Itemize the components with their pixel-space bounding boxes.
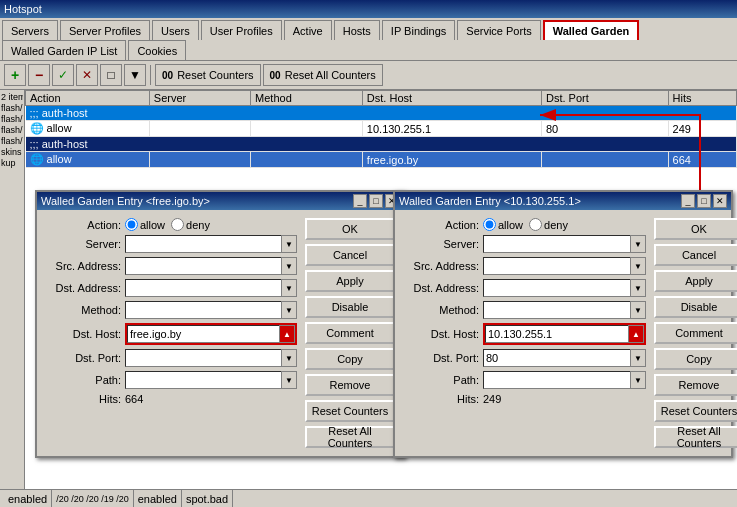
dialog1-ok-button[interactable]: OK xyxy=(305,218,395,240)
tab-server-profiles[interactable]: Server Profiles xyxy=(60,20,150,40)
dialog2-cancel-button[interactable]: Cancel xyxy=(654,244,737,266)
dialog1-method-input[interactable] xyxy=(125,301,281,319)
dialog2-maximize-button[interactable]: □ xyxy=(697,194,711,208)
dialog2-disable-button[interactable]: Disable xyxy=(654,296,737,318)
dialog1-allow-radio[interactable]: allow xyxy=(125,218,165,231)
dialog1-dst-port-combo-btn[interactable]: ▼ xyxy=(281,349,297,367)
dialog1-title-bar[interactable]: Walled Garden Entry <free.igo.by> _ □ ✕ xyxy=(37,192,403,210)
tab-active[interactable]: Active xyxy=(284,20,332,40)
dialog2-src-address-input[interactable] xyxy=(483,257,630,275)
dialog1-src-address-input[interactable] xyxy=(125,257,281,275)
dialog1-dst-address-combo-btn[interactable]: ▼ xyxy=(281,279,297,297)
table-row[interactable]: 🌐 allow 10.130.255.1 80 249 xyxy=(26,121,737,137)
dialog1-deny-radio-input[interactable] xyxy=(171,218,184,231)
tab-user-profiles[interactable]: User Profiles xyxy=(201,20,282,40)
dialog2-comment-button[interactable]: Comment xyxy=(654,322,737,344)
dialog2-src-address-combo-btn[interactable]: ▼ xyxy=(630,257,646,275)
dialog1-reset-counters-button[interactable]: Reset Counters xyxy=(305,400,395,422)
dialog2-dst-host-combo-btn[interactable]: ▲ xyxy=(628,325,644,343)
dialog1-server-input[interactable] xyxy=(125,235,281,253)
dialog2-apply-button[interactable]: Apply xyxy=(654,270,737,292)
dialog1-dst-port-combo[interactable]: ▼ xyxy=(125,349,297,367)
tab-walled-garden-ip-list[interactable]: Walled Garden IP List xyxy=(2,40,126,60)
dialog2-server-combo-btn[interactable]: ▼ xyxy=(630,235,646,253)
dialog2-path-combo[interactable]: ▼ xyxy=(483,371,646,389)
tab-walled-garden[interactable]: Walled Garden xyxy=(543,20,640,40)
dialog2-dst-address-input[interactable] xyxy=(483,279,630,297)
dialog2-allow-radio-input[interactable] xyxy=(483,218,496,231)
dialog1-allow-radio-input[interactable] xyxy=(125,218,138,231)
dialog1-copy-button[interactable]: Copy xyxy=(305,348,395,370)
dialog1-method-combo-btn[interactable]: ▼ xyxy=(281,301,297,319)
dialog2-dst-address-combo[interactable]: ▼ xyxy=(483,279,646,297)
dialog2-method-input[interactable] xyxy=(483,301,630,319)
tab-ip-bindings[interactable]: IP Bindings xyxy=(382,20,455,40)
dialog1-deny-radio[interactable]: deny xyxy=(171,218,210,231)
table-row[interactable]: ;;; auth-host xyxy=(26,106,737,121)
tab-users[interactable]: Users xyxy=(152,20,199,40)
dialog2-deny-radio-input[interactable] xyxy=(529,218,542,231)
dialog1-reset-all-counters-button[interactable]: Reset All Counters xyxy=(305,426,395,448)
dialog2-method-combo[interactable]: ▼ xyxy=(483,301,646,319)
dialog2-server-combo[interactable]: ▼ xyxy=(483,235,646,253)
dialog1-remove-button[interactable]: Remove xyxy=(305,374,395,396)
reset-counters-button[interactable]: 00 Reset Counters xyxy=(155,64,261,86)
tab-hosts[interactable]: Hosts xyxy=(334,20,380,40)
remove-button[interactable]: − xyxy=(28,64,50,86)
disable-button[interactable]: ✕ xyxy=(76,64,98,86)
dialog1-disable-button[interactable]: Disable xyxy=(305,296,395,318)
dialog2-server-input[interactable] xyxy=(483,235,630,253)
dialog1-cancel-button[interactable]: Cancel xyxy=(305,244,395,266)
dialog1-apply-button[interactable]: Apply xyxy=(305,270,395,292)
filter-button[interactable]: ▼ xyxy=(124,64,146,86)
dialog2-title-bar[interactable]: Walled Garden Entry <10.130.255.1> _ □ ✕ xyxy=(395,192,731,210)
dialog2-close-button[interactable]: ✕ xyxy=(713,194,727,208)
dialog2-src-address-combo[interactable]: ▼ xyxy=(483,257,646,275)
tab-servers[interactable]: Servers xyxy=(2,20,58,40)
tab-cookies[interactable]: Cookies xyxy=(128,40,186,60)
dialog1-maximize-button[interactable]: □ xyxy=(369,194,383,208)
dialog1-server-combo[interactable]: ▼ xyxy=(125,235,297,253)
dialog2-method-combo-btn[interactable]: ▼ xyxy=(630,301,646,319)
dialog2-allow-radio[interactable]: allow xyxy=(483,218,523,231)
dialog1-action-row: Action: allow deny xyxy=(45,218,297,231)
dialog2-remove-button[interactable]: Remove xyxy=(654,374,737,396)
dialog2-reset-counters-button[interactable]: Reset Counters xyxy=(654,400,737,422)
comment-button[interactable]: □ xyxy=(100,64,122,86)
dialog2-reset-all-counters-button[interactable]: Reset All Counters xyxy=(654,426,737,448)
dialog1-src-address-combo-btn[interactable]: ▼ xyxy=(281,257,297,275)
dialog2-dst-host-input[interactable] xyxy=(485,325,628,343)
reset-all-counters-button[interactable]: 00 Reset All Counters xyxy=(263,64,383,86)
dialog1-path-combo[interactable]: ▼ xyxy=(125,371,297,389)
dialog1-dst-host-input[interactable] xyxy=(127,325,279,343)
dialog2-deny-radio[interactable]: deny xyxy=(529,218,568,231)
left-panel-skins: skins xyxy=(1,147,23,157)
dialog1-dst-address-combo[interactable]: ▼ xyxy=(125,279,297,297)
dialog1-dst-address-input[interactable] xyxy=(125,279,281,297)
dialog2-dst-host-combo[interactable]: ▲ xyxy=(483,323,646,345)
dialog1-server-combo-btn[interactable]: ▼ xyxy=(281,235,297,253)
dialog1-dst-port-input[interactable] xyxy=(125,349,281,367)
enable-button[interactable]: ✓ xyxy=(52,64,74,86)
dialog2-ok-button[interactable]: OK xyxy=(654,218,737,240)
table-row[interactable]: 🌐 allow free.igo.by 664 xyxy=(26,152,737,168)
dialog2-minimize-button[interactable]: _ xyxy=(681,194,695,208)
table-row[interactable]: ;;; auth-host xyxy=(26,137,737,152)
dialog2-path-combo-btn[interactable]: ▼ xyxy=(630,371,646,389)
dialog1-minimize-button[interactable]: _ xyxy=(353,194,367,208)
dialog1-dst-host-combo-btn[interactable]: ▲ xyxy=(279,325,295,343)
dialog2-dst-address-combo-btn[interactable]: ▼ xyxy=(630,279,646,297)
dialog2-copy-button[interactable]: Copy xyxy=(654,348,737,370)
dialog2-dst-port-combo[interactable]: ▼ xyxy=(483,349,646,367)
dialog1-method-combo[interactable]: ▼ xyxy=(125,301,297,319)
dialog1-path-combo-btn[interactable]: ▼ xyxy=(281,371,297,389)
dialog1-dst-host-combo[interactable]: ▲ xyxy=(125,323,297,345)
dialog1-src-address-combo[interactable]: ▼ xyxy=(125,257,297,275)
tab-service-ports[interactable]: Service Ports xyxy=(457,20,540,40)
dialog2-dst-port-input[interactable] xyxy=(483,349,630,367)
dialog2-path-input[interactable] xyxy=(483,371,630,389)
dialog1-comment-button[interactable]: Comment xyxy=(305,322,395,344)
add-button[interactable]: + xyxy=(4,64,26,86)
dialog2-dst-port-combo-btn[interactable]: ▼ xyxy=(630,349,646,367)
dialog1-path-input[interactable] xyxy=(125,371,281,389)
